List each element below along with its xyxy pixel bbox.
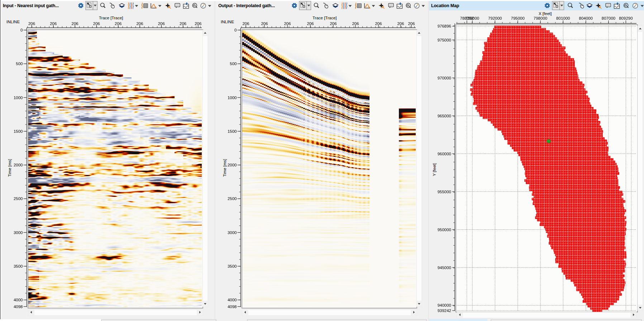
svg-text:206: 206 <box>375 21 382 26</box>
svg-text:206: 206 <box>180 21 186 26</box>
svg-text:206: 206 <box>284 21 291 26</box>
svg-text:975000: 975000 <box>438 38 451 42</box>
svg-text:206: 206 <box>136 21 143 26</box>
svg-text:3000: 3000 <box>14 230 23 235</box>
svg-text:206: 206 <box>195 21 201 26</box>
svg-text:500: 500 <box>230 62 237 66</box>
svg-text:206: 206 <box>72 21 78 26</box>
svg-text:206: 206 <box>158 21 165 26</box>
svg-text:206: 206 <box>330 21 337 26</box>
svg-text:206: 206 <box>261 21 268 26</box>
svg-text:2000: 2000 <box>14 163 23 167</box>
svg-text:0: 0 <box>20 28 23 32</box>
svg-text:3000: 3000 <box>228 230 237 235</box>
svg-text:792000: 792000 <box>488 16 502 20</box>
svg-text:970000: 970000 <box>438 76 451 80</box>
svg-text:801000: 801000 <box>556 16 570 20</box>
svg-text:206: 206 <box>397 21 404 26</box>
svg-text:4000: 4000 <box>14 298 23 302</box>
svg-text:4000: 4000 <box>228 298 237 302</box>
svg-text:4098: 4098 <box>14 305 23 309</box>
svg-text:807000: 807000 <box>602 16 615 20</box>
svg-text:1000: 1000 <box>228 96 237 100</box>
svg-text:804000: 804000 <box>579 16 593 20</box>
svg-text:950000: 950000 <box>438 228 451 232</box>
svg-text:500: 500 <box>16 62 23 66</box>
svg-text:955000: 955000 <box>438 190 451 194</box>
svg-text:206: 206 <box>28 21 35 26</box>
svg-text:1500: 1500 <box>228 129 237 133</box>
svg-text:206: 206 <box>408 21 415 26</box>
svg-text:809290: 809290 <box>619 16 633 20</box>
svg-text:206: 206 <box>352 21 359 26</box>
svg-text:1000: 1000 <box>14 96 23 100</box>
svg-text:2500: 2500 <box>228 196 237 201</box>
svg-text:976896: 976896 <box>438 24 451 28</box>
svg-text:940000: 940000 <box>438 303 451 307</box>
svg-text:939242: 939242 <box>438 308 451 313</box>
svg-text:965000: 965000 <box>438 114 451 118</box>
svg-text:798000: 798000 <box>534 16 547 20</box>
svg-text:945000: 945000 <box>438 266 451 270</box>
svg-text:4098: 4098 <box>228 305 237 309</box>
svg-text:3500: 3500 <box>14 264 23 268</box>
svg-text:960000: 960000 <box>438 152 451 156</box>
svg-text:206: 206 <box>115 21 121 26</box>
svg-text:206: 206 <box>307 21 314 26</box>
svg-text:795000: 795000 <box>511 16 525 20</box>
svg-text:1500: 1500 <box>14 129 23 133</box>
svg-text:789000: 789000 <box>466 16 479 20</box>
svg-text:206: 206 <box>93 21 100 26</box>
svg-text:3500: 3500 <box>228 264 237 268</box>
svg-text:0: 0 <box>234 28 237 32</box>
svg-text:2500: 2500 <box>14 196 23 201</box>
svg-text:206: 206 <box>242 21 249 26</box>
svg-text:2000: 2000 <box>228 163 237 167</box>
svg-text:206: 206 <box>50 21 57 26</box>
